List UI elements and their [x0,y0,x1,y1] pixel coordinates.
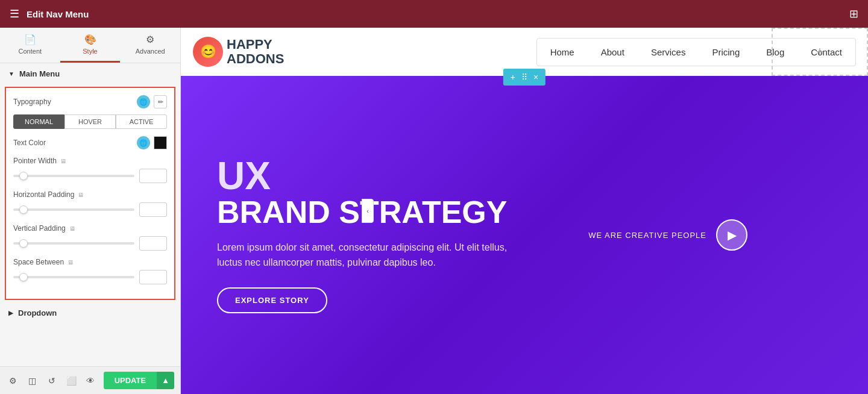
right-content: 😊 HAPPY ADDONS Home About Services Prici… [181,28,868,394]
text-color-controls: 🌐 [137,136,167,149]
vertical-padding-input[interactable] [139,236,167,251]
content-tab-icon: 📄 [24,34,36,45]
main-menu-arrow-icon: ▼ [8,70,14,77]
space-between-label-row: Space Between 🖥 [13,258,167,266]
logo-text: HAPPY ADDONS [227,37,284,66]
vertical-padding-slider-row [13,236,167,251]
panel-content: ▼ Main Menu Typography 🌐 ✏ NORMAL HOVER [0,63,180,366]
vertical-padding-label-row: Vertical Padding 🖥 [13,224,167,233]
horizontal-padding-slider-row [13,202,167,217]
add-section-icon: + [816,44,824,60]
horizontal-padding-label-row: Horizontal Padding 🖥 [13,190,167,199]
nav-link-home[interactable]: Home [537,43,588,61]
typography-globe-btn[interactable]: 🌐 [137,95,150,108]
tab-content-label: Content [19,48,42,55]
hero-ux-text: UX [217,157,832,195]
logo-area: 😊 HAPPY ADDONS [193,37,284,67]
tab-content[interactable]: 📄 Content [0,28,60,63]
explore-story-button[interactable]: EXPLORE STORY [217,287,327,313]
dropdown-arrow-icon: ▶ [8,310,13,316]
dropdown-section-header[interactable]: ▶ Dropdown [0,302,180,324]
widget-move-icon[interactable]: ⠿ [519,71,530,83]
space-between-input[interactable] [139,270,167,284]
text-color-row: Text Color 🌐 [13,136,167,149]
widget-toolbar: + ⠿ × [503,69,546,86]
text-color-swatch[interactable] [154,136,167,149]
nav-link-pricing[interactable]: Pricing [699,43,753,61]
space-between-section: Space Between 🖥 [13,258,167,284]
vertical-padding-section: Vertical Padding 🖥 [13,224,167,251]
state-active-btn[interactable]: ACTIVE [116,114,167,129]
top-bar: ☰ Edit Nav Menu ⊞ [0,0,868,28]
horizontal-padding-section: Horizontal Padding 🖥 [13,190,167,217]
typography-row: Typography 🌐 ✏ [13,95,167,108]
settings-icon[interactable]: ⚙ [6,372,19,389]
advanced-tab-icon: ⚙ [146,34,154,45]
horizontal-padding-input[interactable] [139,202,167,217]
creative-area: WE ARE CREATIVE PEOPLE ▶ [588,219,747,251]
horizontal-padding-track [13,208,134,211]
tab-advanced[interactable]: ⚙ Advanced [120,28,180,63]
widget-add-icon[interactable]: + [508,71,518,83]
logo-icon: 😊 [193,37,223,67]
horizontal-padding-label: Horizontal Padding [13,190,74,199]
typography-pencil-btn[interactable]: ✏ [154,95,167,108]
text-color-globe-btn[interactable]: 🌐 [137,136,150,149]
vertical-padding-label: Vertical Padding [13,224,66,233]
tab-advanced-label: Advanced [136,48,165,55]
main-menu-section-header[interactable]: ▼ Main Menu [0,63,180,84]
add-section-button[interactable]: + [772,28,868,76]
main-area: 📄 Content 🎨 Style ⚙ Advanced ▼ Main Menu [0,28,868,394]
pointer-width-track [13,175,134,177]
pointer-width-slider-row [13,169,167,183]
horizontal-padding-monitor-icon: 🖥 [78,192,84,198]
tabs: 📄 Content 🎨 Style ⚙ Advanced [0,28,180,63]
nav-link-services[interactable]: Services [638,43,699,61]
update-arrow-button[interactable]: ▲ [157,372,174,389]
pointer-width-thumb[interactable] [19,172,28,180]
dropdown-label: Dropdown [18,308,57,317]
pointer-width-label: Pointer Width [13,157,57,165]
logo-addons: ADDONS [227,52,284,66]
responsive-icon[interactable]: ⬜ [64,372,78,389]
nav-link-about[interactable]: About [588,43,638,61]
hero-description: Lorem ipsum dolor sit amet, consectetur … [217,240,518,270]
vertical-padding-thumb[interactable] [19,239,28,248]
widget-close-icon[interactable]: × [531,71,541,83]
bottom-bar: ⚙ ◫ ↺ ⬜ 👁 UPDATE ▲ [0,366,180,394]
logo-happy: HAPPY [227,37,284,52]
nav-bar: 😊 HAPPY ADDONS Home About Services Prici… [181,28,868,76]
state-normal-btn[interactable]: NORMAL [13,114,64,129]
update-group: UPDATE ▲ [104,372,174,389]
pointer-width-section: Pointer Width 🖥 [13,157,167,183]
horizontal-padding-thumb[interactable] [19,205,28,214]
collapse-arrow-icon: ‹ [366,207,369,214]
vertical-padding-monitor-icon: 🖥 [69,225,75,232]
space-between-monitor-icon: 🖥 [68,259,74,266]
history-icon[interactable]: ↺ [45,372,58,389]
collapse-panel-arrow[interactable]: ‹ [362,199,374,223]
top-bar-left: ☰ Edit Nav Menu [10,7,89,20]
logo-emoji: 😊 [200,44,216,60]
vertical-padding-track [13,242,134,245]
space-between-track [13,276,134,278]
space-between-thumb[interactable] [19,273,28,281]
grid-icon[interactable]: ⊞ [849,7,858,20]
top-bar-title: Edit Nav Menu [27,9,89,19]
state-hover-btn[interactable]: HOVER [64,114,116,129]
space-between-slider-row [13,270,167,284]
tab-style-label: Style [83,48,97,55]
layers-icon[interactable]: ◫ [25,372,39,389]
play-button[interactable]: ▶ [716,219,747,251]
pointer-width-input[interactable] [139,169,167,183]
eye-icon[interactable]: 👁 [84,372,97,389]
pointer-width-monitor-icon: 🖥 [60,158,66,164]
typography-label: Typography [13,98,51,106]
tab-style[interactable]: 🎨 Style [60,28,121,63]
update-button[interactable]: UPDATE [104,372,157,389]
style-tab-icon: 🎨 [84,34,96,45]
hamburger-icon[interactable]: ☰ [10,7,19,20]
pointer-width-label-row: Pointer Width 🖥 [13,157,167,165]
left-panel: 📄 Content 🎨 Style ⚙ Advanced ▼ Main Menu [0,28,181,394]
top-bar-right: ⊞ [849,7,858,20]
